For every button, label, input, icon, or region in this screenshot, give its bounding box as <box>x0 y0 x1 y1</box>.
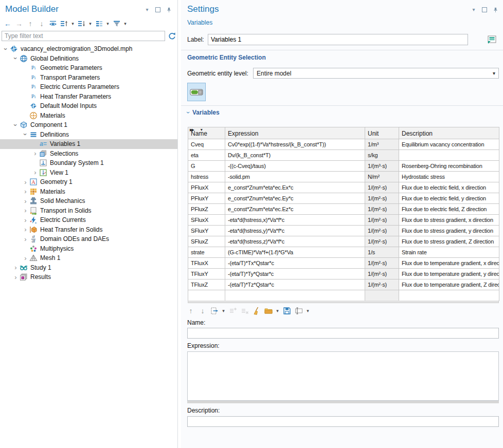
move-up-icon[interactable]: ↑ <box>186 306 195 315</box>
tree-item-electric-currents[interactable]: ›Electric Currents <box>0 215 177 225</box>
cell-name[interactable]: PFluxX <box>188 182 225 193</box>
sort-columns-icon[interactable]: ▶▶ <box>190 128 193 132</box>
tree-item-transport-in-solids[interactable]: ›Transport in Solids <box>0 206 177 216</box>
move-up-icon[interactable]: ↑ <box>26 19 35 28</box>
expression-input[interactable] <box>187 351 499 401</box>
float-icon[interactable] <box>154 6 161 13</box>
menu-down-icon[interactable]: ▾ <box>143 6 151 13</box>
tree-item-global-definitions[interactable]: ›Global Definitions <box>0 54 177 64</box>
cell-name[interactable]: hstress <box>188 172 225 182</box>
collapsed-chevron-icon[interactable]: › <box>22 254 29 262</box>
filter-input[interactable] <box>2 31 165 41</box>
cell-unit[interactable]: 1/(m²·s) <box>365 258 399 269</box>
cell-unit[interactable]: 1/(m³·s) <box>365 161 399 172</box>
variables-section-header[interactable]: › Variables <box>187 109 220 116</box>
col-header-name[interactable]: ▶▶▾Name <box>188 127 225 139</box>
tree-item-study-1[interactable]: ›Study 1 <box>0 263 177 273</box>
tree-item-domain-odes-and-daes[interactable]: ›ddtDomain ODEs and DAEs <box>0 234 177 244</box>
tree-item-mesh-1[interactable]: ›Mesh 1 <box>0 253 177 263</box>
cell-expression[interactable]: e_const*Znum*eta*ec.Ez*c <box>225 204 365 215</box>
collapse-all-icon[interactable] <box>77 19 86 28</box>
cell-description[interactable]: Rosenberg-Ohring recombination <box>399 161 499 172</box>
filter-icon[interactable] <box>112 19 121 28</box>
cell-expression[interactable]: -(eta/T)*Ty*Qstar*c <box>225 269 365 279</box>
label-input[interactable] <box>208 34 468 45</box>
cell-name[interactable]: TFluxY <box>188 269 225 279</box>
node-text-icon[interactable] <box>95 19 104 28</box>
collapsed-chevron-icon[interactable]: › <box>22 178 29 186</box>
cell-unit[interactable]: N/m² <box>365 172 399 182</box>
cell-expression[interactable]: Dv/(k_B_const*T) <box>225 150 365 161</box>
expanded-chevron-icon[interactable]: › <box>12 54 20 62</box>
cell-expression[interactable]: e_const*Znum*eta*ec.Ey*c <box>225 193 365 204</box>
label-edit-icon[interactable] <box>487 34 498 45</box>
active-toggle-button[interactable] <box>187 83 206 101</box>
tree-item-materials[interactable]: ›Materials <box>0 111 177 121</box>
col-header-expression[interactable]: Expression <box>225 127 365 139</box>
clear-icon[interactable] <box>252 306 261 315</box>
collapsed-chevron-icon[interactable]: › <box>22 197 29 205</box>
collapsed-chevron-icon[interactable]: › <box>31 169 39 176</box>
tree-item-default-model-inputs[interactable]: ›Default Model Inputs <box>0 101 177 111</box>
cell-expression[interactable]: -eta*d(hstress,z)*Va*f*c <box>225 236 365 247</box>
collapsed-chevron-icon[interactable]: › <box>22 207 29 214</box>
cell-description[interactable]: Flux due to electric field, x direction <box>399 182 499 193</box>
cell-description[interactable]: Flux due to stress gradient, Z direction <box>399 236 499 247</box>
sort-direction-icon[interactable]: ▾ <box>201 127 203 132</box>
cell-unit[interactable]: 1/s <box>365 247 399 258</box>
cell-name[interactable]: PFluxZ <box>188 204 225 215</box>
cell-name[interactable]: TFluxX <box>188 258 225 269</box>
tree-item-solid-mechanics[interactable]: ›Solid Mechanics <box>0 196 177 206</box>
name-input[interactable] <box>187 328 499 339</box>
tree-item-selections[interactable]: ›Selections <box>0 149 177 159</box>
expanded-chevron-icon[interactable]: › <box>22 130 29 138</box>
cell-name[interactable]: eta <box>188 150 225 161</box>
cell-unit[interactable]: 1/(m²·s) <box>365 182 399 193</box>
geometric-entity-level-dropdown[interactable]: Entire model ▾ <box>253 68 499 79</box>
cell-expression[interactable]: e_const*Znum*eta*ec.Ex*c <box>225 182 365 193</box>
cell-expression[interactable]: Cv0*exp((1-f)*Va*hstress/(k_B_const*T)) <box>225 139 365 150</box>
cell-description[interactable] <box>399 150 499 161</box>
forward-icon[interactable]: → <box>14 19 24 28</box>
tree-item-electric-currents-parameters[interactable]: ›PiElectric Currents Parameters <box>0 82 177 92</box>
collapsed-chevron-icon[interactable]: › <box>31 150 39 157</box>
float-icon[interactable] <box>481 6 488 13</box>
cell-name[interactable]: TFluxZ <box>188 279 225 290</box>
save-icon[interactable] <box>282 306 292 315</box>
cell-name[interactable]: Cveq <box>188 139 225 150</box>
cell-description[interactable]: Flux due to stress gradient, x direction <box>399 215 499 226</box>
collapsed-chevron-icon[interactable]: › <box>22 188 29 195</box>
refresh-icon[interactable] <box>167 31 176 41</box>
dropdown-arrow-icon[interactable]: ▾ <box>275 308 280 313</box>
cell-name[interactable]: strate <box>188 247 225 258</box>
cell-expression[interactable] <box>225 290 365 301</box>
cell-expression[interactable]: -eta*d(hstress,x)*Va*f*c <box>225 215 365 226</box>
cell-name[interactable]: G <box>188 161 225 172</box>
back-icon[interactable]: ← <box>3 19 12 28</box>
dropdown-arrow-icon[interactable]: ▾ <box>221 308 226 313</box>
cell-name[interactable] <box>188 290 225 301</box>
cell-description[interactable] <box>399 290 499 301</box>
tree-item-multiphysics[interactable]: ›Multiphysics <box>0 244 177 254</box>
expression-scrollbar[interactable] <box>187 401 499 403</box>
cell-unit[interactable]: 1/(m²·s) <box>365 215 399 226</box>
col-header-unit[interactable]: Unit <box>365 127 399 139</box>
cell-description[interactable]: Flux due to electric field, Z direction <box>399 204 499 215</box>
table-scrollbar[interactable] <box>188 301 499 303</box>
cell-unit[interactable]: 1/(m²·s) <box>365 279 399 290</box>
cell-name[interactable]: SFluxX <box>188 215 225 226</box>
cell-description[interactable]: Flux due to electric field, y direction <box>399 193 499 204</box>
cell-expression[interactable]: -solid.pm <box>225 172 365 182</box>
pin-icon[interactable] <box>492 6 499 13</box>
cell-unit[interactable]: 1/(m²·s) <box>365 204 399 215</box>
cell-unit[interactable]: 1/(m²·s) <box>365 226 399 236</box>
tree-item-view-1[interactable]: ›View 1 <box>0 168 177 178</box>
tree-item-materials[interactable]: ›Materials <box>0 187 177 197</box>
cell-unit[interactable]: 1/m³ <box>365 139 399 150</box>
tree-item-boundary-system-1[interactable]: ›Boundary System 1 <box>0 158 177 168</box>
load-icon[interactable] <box>264 306 273 315</box>
expanded-chevron-icon[interactable]: › <box>2 45 10 53</box>
pin-icon[interactable] <box>165 6 172 13</box>
tree-item-transport-parameters[interactable]: ›PiTransport Parameters <box>0 73 177 83</box>
collapsed-chevron-icon[interactable]: › <box>12 264 20 271</box>
